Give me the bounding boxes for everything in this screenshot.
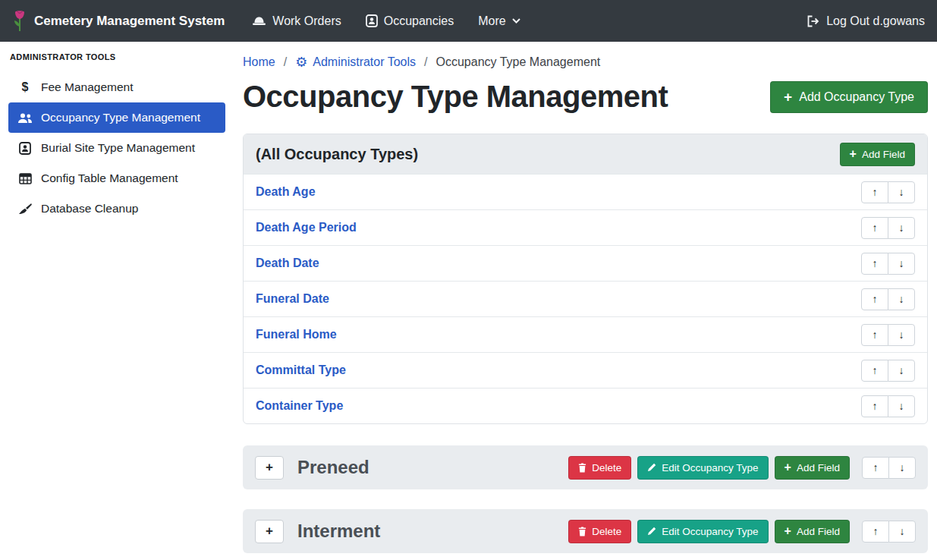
field-link[interactable]: Death Date [256, 256, 319, 270]
delete-button[interactable]: Delete [568, 456, 631, 480]
add-occupancy-type-button[interactable]: + Add Occupancy Type [770, 81, 928, 113]
edit-occupancy-type-button[interactable]: Edit Occupancy Type [637, 456, 768, 480]
reorder-controls: ↑ ↓ [861, 288, 915, 310]
add-field-label: Add Field [797, 526, 840, 537]
arrow-up-icon: ↑ [873, 187, 878, 197]
arrow-up-icon: ↑ [873, 222, 878, 233]
nav-more-label: More [478, 14, 505, 28]
field-link[interactable]: Funeral Home [256, 328, 337, 341]
trash-icon [578, 527, 586, 536]
edit-occupancy-type-label: Edit Occupancy Type [662, 462, 758, 473]
move-down-button[interactable]: ↓ [888, 288, 915, 310]
logout-button[interactable]: Log Out d.gowans [807, 14, 925, 28]
gear-icon: ⚙ [295, 55, 307, 69]
arrow-down-icon: ↓ [899, 329, 904, 340]
nav-more[interactable]: More [478, 14, 520, 28]
trash-icon [578, 463, 586, 473]
move-up-button[interactable]: ↑ [861, 253, 888, 275]
field-row: Death Age Period ↑ ↓ [244, 209, 927, 245]
breadcrumb-admin-tools[interactable]: ⚙ Administrator Tools [295, 55, 416, 69]
move-up-button[interactable]: ↑ [861, 324, 888, 346]
arrow-up-icon: ↑ [873, 329, 878, 340]
move-down-button[interactable]: ↓ [888, 521, 916, 543]
section-actions: Delete Edit Occupancy Type + Add Field ↑ [568, 456, 916, 480]
add-field-button[interactable]: + Add Field [840, 143, 915, 166]
arrow-down-icon: ↓ [900, 462, 905, 473]
field-link[interactable]: Death Age [256, 185, 316, 199]
move-down-button[interactable]: ↓ [888, 395, 915, 417]
plus-icon: + [850, 148, 857, 160]
field-link[interactable]: Death Age Period [256, 221, 357, 234]
sidebar-item-label: Config Table Management [41, 171, 178, 185]
move-up-button[interactable]: ↑ [861, 288, 888, 310]
breadcrumb-admin-tools-label: Administrator Tools [313, 55, 416, 69]
section-title: Preneed [297, 457, 369, 478]
move-up-button[interactable]: ↑ [862, 521, 889, 543]
reorder-controls: ↑ ↓ [862, 457, 916, 479]
hard-hat-icon [252, 15, 266, 27]
move-down-button[interactable]: ↓ [888, 181, 915, 203]
add-field-button[interactable]: + Add Field [775, 520, 850, 543]
move-up-button[interactable]: ↑ [861, 181, 888, 203]
move-down-button[interactable]: ↓ [888, 360, 915, 382]
move-down-button[interactable]: ↓ [888, 324, 915, 346]
field-row: Death Date ↑ ↓ [244, 245, 927, 281]
sidebar-item-config-table-management[interactable]: Config Table Management [8, 163, 225, 193]
plus-icon: + [784, 90, 792, 104]
sidebar-heading: ADMINISTRATOR TOOLS [10, 52, 225, 61]
occupancy-type-section-preneed: + Preneed Delete [243, 445, 928, 489]
sidebar-item-label: Occupancy Type Management [41, 111, 200, 124]
expand-button[interactable]: + [255, 520, 284, 543]
sidebar-item-database-cleanup[interactable]: Database Cleanup [8, 193, 225, 224]
arrow-down-icon: ↓ [900, 526, 905, 536]
plus-icon: + [785, 525, 791, 537]
table-icon [17, 173, 33, 184]
arrow-up-icon: ↑ [873, 365, 878, 376]
field-row: Container Type ↑ ↓ [244, 388, 927, 423]
sidebar: ADMINISTRATOR TOOLS $ Fee Management Occ… [0, 42, 234, 560]
nav-work-orders-label: Work Orders [272, 14, 341, 28]
reorder-controls: ↑ ↓ [862, 521, 916, 543]
app-body: ADMINISTRATOR TOOLS $ Fee Management Occ… [0, 42, 937, 560]
page-title: Occupancy Type Management [243, 80, 668, 114]
add-occupancy-type-label: Add Occupancy Type [799, 90, 914, 104]
expand-button[interactable]: + [255, 456, 284, 480]
field-link[interactable]: Funeral Date [256, 292, 329, 306]
arrow-down-icon: ↓ [899, 187, 904, 197]
burial-site-icon [17, 142, 33, 155]
delete-label: Delete [592, 526, 621, 537]
nav-work-orders[interactable]: Work Orders [252, 14, 341, 28]
sidebar-item-burial-site-type-management[interactable]: Burial Site Type Management [8, 133, 225, 163]
sidebar-item-fee-management[interactable]: $ Fee Management [8, 72, 225, 102]
main-content: Home / ⚙ Administrator Tools / Occupancy… [234, 42, 937, 560]
arrow-up-icon: ↑ [873, 526, 879, 536]
card-header: (All Occupancy Types) + Add Field [244, 134, 927, 174]
add-field-button[interactable]: + Add Field [775, 456, 850, 480]
move-down-button[interactable]: ↓ [888, 253, 915, 275]
title-row: Occupancy Type Management + Add Occupanc… [243, 80, 928, 114]
move-up-button[interactable]: ↑ [861, 360, 888, 382]
move-down-button[interactable]: ↓ [888, 217, 915, 239]
nav-occupancies-label: Occupancies [384, 14, 454, 28]
breadcrumb-separator: / [424, 55, 427, 69]
move-up-button[interactable]: ↑ [862, 457, 889, 479]
sidebar-item-occupancy-type-management[interactable]: Occupancy Type Management [8, 102, 225, 133]
field-row: Funeral Date ↑ ↓ [244, 281, 927, 316]
move-down-button[interactable]: ↓ [888, 457, 916, 479]
card-title: (All Occupancy Types) [256, 146, 418, 163]
reorder-controls: ↑ ↓ [861, 360, 915, 382]
field-link[interactable]: Committal Type [256, 363, 346, 377]
arrow-down-icon: ↓ [899, 222, 904, 233]
field-link[interactable]: Container Type [256, 399, 343, 413]
move-up-button[interactable]: ↑ [861, 395, 888, 417]
nav-occupancies[interactable]: Occupancies [366, 14, 454, 28]
all-occupancy-types-card: (All Occupancy Types) + Add Field Death … [243, 134, 928, 424]
arrow-down-icon: ↓ [899, 258, 904, 269]
dollar-icon: $ [17, 80, 33, 94]
delete-label: Delete [592, 462, 621, 473]
move-up-button[interactable]: ↑ [861, 217, 888, 239]
delete-button[interactable]: Delete [568, 520, 631, 543]
breadcrumb-home[interactable]: Home [243, 55, 275, 69]
edit-occupancy-type-button[interactable]: Edit Occupancy Type [637, 520, 768, 543]
brand-title[interactable]: Cemetery Management System [34, 14, 225, 29]
